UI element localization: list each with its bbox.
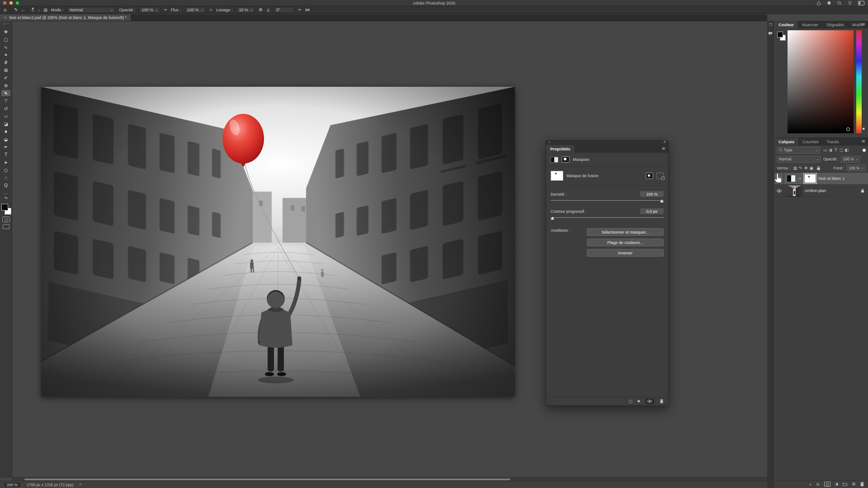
layer-thumbnail[interactable] xyxy=(787,185,802,197)
selected-mask-icon[interactable] xyxy=(561,156,570,163)
pen-tool-icon[interactable]: ✒ xyxy=(1,144,10,150)
shape-tool-icon[interactable]: ○ xyxy=(1,167,10,173)
clone-stamp-tool-icon[interactable]: ⊤ xyxy=(1,98,10,104)
blend-mode-select[interactable]: Normal∨ xyxy=(67,7,115,13)
lock-all-icon[interactable] xyxy=(816,166,821,170)
load-selection-icon[interactable]: ▢ xyxy=(628,399,632,404)
color-picker-marker[interactable] xyxy=(846,127,850,131)
feather-slider-thumb[interactable] xyxy=(551,216,554,220)
link-layers-icon[interactable]: ∞ xyxy=(809,483,812,486)
airbrush-icon[interactable]: ✧ xyxy=(209,8,213,12)
filter-toggle-icon[interactable] xyxy=(863,149,866,152)
hue-slider-marker[interactable] xyxy=(862,127,864,130)
collapse-toolbar-icon[interactable]: » xyxy=(7,22,9,25)
quick-mask-icon[interactable] xyxy=(2,216,10,222)
document-tab[interactable]: × Noir et blanc2.psd @ 200% (Noir et bla… xyxy=(0,14,131,21)
tab-couches[interactable]: Couches xyxy=(798,138,823,145)
properties-panel-menu-icon[interactable]: ≡ xyxy=(662,146,665,151)
move-tool-icon[interactable]: ✥ xyxy=(1,28,10,35)
discover-bulb-icon[interactable] xyxy=(848,1,852,5)
path-selection-tool-icon[interactable]: ➤ xyxy=(1,159,10,165)
layer-row-noir-et-blanc[interactable]: ∞ Noir et blanc 1 xyxy=(774,173,868,185)
lock-paint-icon[interactable]: ✎ xyxy=(798,166,803,170)
marquee-tool-icon[interactable]: ▢ xyxy=(1,36,10,42)
saturation-brightness-picker[interactable] xyxy=(788,30,854,133)
filter-adjustment-icon[interactable]: ◑ xyxy=(828,148,833,152)
tab-calques[interactable]: Calques xyxy=(774,138,798,145)
edit-toolbar-icon[interactable]: ❏ xyxy=(3,22,5,25)
mask-bounds-icon[interactable] xyxy=(656,173,664,179)
flow-select[interactable]: 100 %∨ xyxy=(184,7,206,13)
angle-input[interactable]: 0° xyxy=(274,7,294,13)
new-group-icon[interactable] xyxy=(843,482,847,487)
color-panel-menu-icon[interactable]: ≡ xyxy=(862,22,865,27)
panel-close-icon[interactable]: × xyxy=(548,141,550,144)
delete-mask-icon[interactable] xyxy=(659,399,664,404)
symmetry-icon[interactable]: ⋈ xyxy=(305,8,310,12)
gradient-tool-icon[interactable]: ◪ xyxy=(1,121,10,127)
screen-mode-icon[interactable] xyxy=(3,224,9,229)
lasso-tool-icon[interactable]: ∿ xyxy=(1,44,10,50)
feather-slider[interactable] xyxy=(551,216,664,220)
blur-tool-icon[interactable]: ♦ xyxy=(1,128,10,135)
color-range-button[interactable]: Plage de couleurs... xyxy=(587,239,664,246)
status-chevron-icon[interactable]: > xyxy=(79,483,82,487)
pressure-size-icon[interactable]: ✑ xyxy=(298,8,302,12)
density-slider[interactable] xyxy=(551,199,664,203)
smoothing-select[interactable]: 10 %∨ xyxy=(236,7,255,13)
add-mask-icon[interactable] xyxy=(824,482,830,487)
tab-couleur[interactable]: Couleur xyxy=(774,21,798,28)
home-icon[interactable]: ⌂ xyxy=(4,8,6,12)
swap-colors-icon[interactable]: ↷ xyxy=(4,197,8,201)
brush-preset-chevron-icon[interactable]: ∨ xyxy=(38,9,40,12)
frame-tool-icon[interactable]: ⊠ xyxy=(1,67,10,73)
canvas-image[interactable] xyxy=(41,87,515,397)
filter-picture-icon[interactable]: ▭ xyxy=(822,148,828,152)
close-tab-icon[interactable]: × xyxy=(4,15,6,20)
layer-style-icon[interactable]: fx xyxy=(816,482,820,487)
opacity-select[interactable]: 100 %∨ xyxy=(139,7,160,13)
layer-visibility-toggle[interactable] xyxy=(774,185,784,197)
layer-name[interactable]: Arrière-plan xyxy=(805,188,826,193)
select-and-mask-button[interactable]: Sélectionner et masquer... xyxy=(587,228,664,236)
share-icon[interactable] xyxy=(816,1,821,5)
fill-select[interactable]: 100 %∨ xyxy=(846,164,866,171)
type-tool-icon[interactable]: T xyxy=(1,151,10,158)
eyedropper-tool-icon[interactable]: ✐ xyxy=(1,75,10,81)
canvas-document[interactable] xyxy=(41,87,515,397)
lock-move-icon[interactable]: ✥ xyxy=(803,166,809,170)
density-value-input[interactable]: 100 % xyxy=(640,191,664,197)
zoom-level-input[interactable]: 200 % xyxy=(3,482,21,488)
layer-opacity-select[interactable]: 100 %∨ xyxy=(841,156,860,163)
gear-icon[interactable]: ⚙ xyxy=(259,8,263,12)
current-tool-icon[interactable]: ✎ xyxy=(14,8,18,12)
mask-mode-icon[interactable] xyxy=(646,173,653,179)
healing-brush-tool-icon[interactable]: ⊕ xyxy=(1,82,10,89)
dodge-tool-icon[interactable]: ◒ xyxy=(1,136,10,142)
adjustment-layer-thumbnail[interactable] xyxy=(787,175,796,182)
properties-panel-drag-bar[interactable]: × ≣ xyxy=(546,141,668,145)
more-tools-icon[interactable]: … xyxy=(4,191,8,195)
horizontal-scrollbar-thumb[interactable] xyxy=(24,479,510,480)
mask-thumbnail[interactable] xyxy=(551,171,563,181)
tab-degrades[interactable]: Dégradés xyxy=(822,21,848,28)
pixel-mask-icon[interactable] xyxy=(551,157,558,163)
brush-preset-picker[interactable]: 11 xyxy=(31,8,34,12)
zoom-tool-icon[interactable]: Q xyxy=(1,182,10,188)
tool-preset-chevron-icon[interactable]: ∨ xyxy=(22,9,24,12)
delete-layer-icon[interactable] xyxy=(860,482,864,487)
search-icon[interactable] xyxy=(837,1,842,5)
filter-smart-object-icon[interactable]: ◧ xyxy=(844,148,849,152)
brush-tool-icon[interactable]: ✎ xyxy=(1,90,10,96)
foreground-color-swatch[interactable] xyxy=(1,204,8,211)
pressure-opacity-icon[interactable]: ✑ xyxy=(164,8,167,12)
add-adjustment-icon[interactable]: ◑ xyxy=(835,482,839,486)
crop-tool-icon[interactable]: # xyxy=(1,59,10,66)
layer-visibility-toggle[interactable] xyxy=(774,173,784,184)
object-selection-tool-icon[interactable]: ✦ xyxy=(1,52,10,58)
layers-panel-menu-icon[interactable]: ≡ xyxy=(862,139,865,144)
lock-artboard-icon[interactable]: ▣ xyxy=(809,166,814,170)
hand-tool-icon[interactable]: ☝ xyxy=(1,174,10,181)
filter-type-icon[interactable]: T xyxy=(833,148,839,152)
comments-panel-icon[interactable] xyxy=(768,32,773,36)
